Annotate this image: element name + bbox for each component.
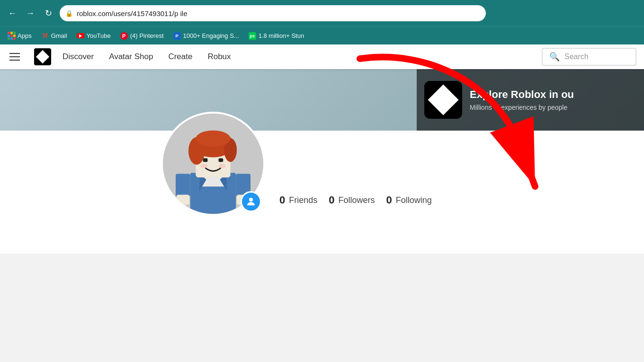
hamburger-button[interactable] [8, 49, 23, 64]
promo-title: Explore Roblox in ou [470, 88, 574, 101]
promo-banner: Explore Roblox in ou Millions of experie… [417, 69, 644, 131]
search-icon: 🔍 [549, 52, 560, 62]
nav-avatar-shop[interactable]: Avatar Shop [109, 52, 153, 62]
address-bar[interactable]: 🔒 roblox.com/users/4157493011/p ile [60, 5, 486, 21]
youtube-icon [77, 32, 84, 40]
nav-links: Discover Avatar Shop Create Robux [63, 52, 530, 62]
search-box[interactable]: 🔍 Search [542, 48, 636, 66]
following-count: 0 [386, 194, 392, 206]
svg-rect-11 [219, 158, 224, 162]
friends-count: 0 [279, 194, 285, 206]
avatar-container [161, 112, 265, 216]
gmail-label: Gmail [51, 32, 67, 39]
promo-logo-diamond [428, 84, 458, 115]
bookmark-pinterest[interactable]: P (4) Pinterest [116, 30, 168, 42]
svg-point-12 [200, 164, 207, 168]
pinterest-label: (4) Pinterest [130, 32, 164, 39]
bookmark-page[interactable]: P 1000+ Engaging S... [170, 30, 243, 42]
followers-count: 0 [329, 194, 334, 206]
promo-text: Explore Roblox in ou Millions of experie… [470, 88, 574, 111]
pixlr-icon: px [249, 32, 256, 40]
apps-label: Apps [18, 32, 32, 39]
svg-point-13 [219, 164, 226, 168]
bookmark-apps[interactable]: Apps [4, 30, 36, 42]
apps-icon [8, 32, 15, 40]
promo-logo [424, 81, 462, 119]
browser-chrome: ← → ↻ 🔒 roblox.com/users/4157493011/p il… [0, 0, 644, 44]
profile-content: 0 Friends 0 Followers 0 Following [0, 140, 644, 216]
nav-create[interactable]: Create [168, 52, 192, 62]
svg-rect-10 [203, 158, 208, 162]
promo-description: Millions of experiences by people [470, 104, 574, 111]
lock-icon: 🔒 [65, 10, 73, 17]
gmail-icon: M [41, 32, 49, 40]
profile-stats: 0 Friends 0 Followers 0 Following [279, 194, 432, 216]
roblox-logo-diamond [36, 50, 49, 63]
page-label: 1000+ Engaging S... [183, 32, 239, 39]
svg-rect-14 [176, 174, 190, 196]
svg-rect-16 [177, 195, 189, 205]
pixlr-label: 1.8 million+ Stun [259, 32, 304, 39]
bookmark-pixlr[interactable]: px 1.8 million+ Stun [245, 30, 308, 42]
nav-discover[interactable]: Discover [63, 52, 94, 62]
roblox-navbar: Discover Avatar Shop Create Robux 🔍 Sear… [0, 44, 644, 69]
bookmarks-bar: Apps M Gmail YouTube P (4) Pinterest [0, 26, 644, 44]
roblox-logo [34, 48, 51, 65]
pinterest-icon: P [120, 32, 128, 40]
roblox-page: Discover Avatar Shop Create Robux 🔍 Sear… [0, 44, 644, 345]
followers-label: Followers [339, 195, 375, 205]
following-label: Following [396, 195, 432, 205]
svg-point-18 [249, 198, 253, 202]
bookmark-youtube[interactable]: YouTube [73, 30, 115, 42]
forward-button[interactable]: → [24, 7, 37, 20]
refresh-button[interactable]: ↻ [42, 7, 55, 20]
friends-stat: 0 Friends [279, 194, 317, 206]
followers-stat: 0 Followers [329, 194, 375, 206]
search-placeholder: Search [564, 53, 589, 61]
svg-point-9 [196, 131, 230, 147]
bookmark-gmail[interactable]: M Gmail [37, 30, 71, 42]
address-bar-row: ← → ↻ 🔒 roblox.com/users/4157493011/p il… [0, 0, 644, 26]
online-badge [241, 191, 261, 212]
profile-section: 0 Friends 0 Followers 0 Following [0, 131, 644, 254]
page-banner: Explore Roblox in ou Millions of experie… [0, 69, 644, 131]
friends-label: Friends [289, 195, 317, 205]
following-stat: 0 Following [386, 194, 432, 206]
back-button[interactable]: ← [6, 7, 19, 20]
url-text: roblox.com/users/4157493011/p ile [77, 9, 480, 18]
nav-robux[interactable]: Robux [207, 52, 231, 62]
youtube-label: YouTube [87, 32, 111, 39]
page-icon: P [173, 32, 181, 40]
